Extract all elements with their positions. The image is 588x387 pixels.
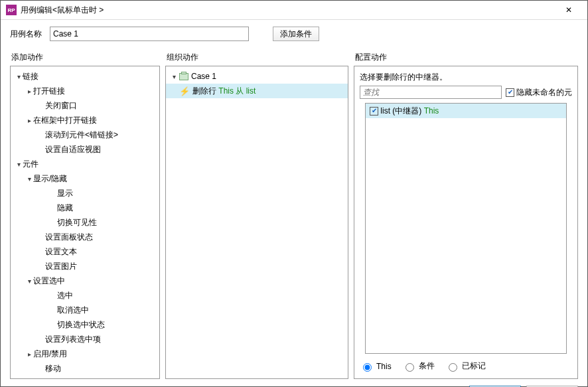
scope-radios: This 条件 已标记 — [354, 354, 577, 378]
caret-down-icon: ▾ — [170, 73, 178, 80]
hide-unnamed-label: 隐藏未命名的元 — [516, 87, 572, 98]
tree-label: 设置文本 — [45, 246, 77, 258]
tree-label: 设置面板状态 — [45, 232, 93, 243]
checkbox-icon: ✔ — [506, 88, 514, 97]
columns: 添加动作 ▾链接 ▸打开链接 ▸关闭窗口 ▸在框架中打开链接 ▸滚动到元件<错链… — [10, 50, 578, 379]
caret-right-icon: ▸ — [25, 117, 33, 124]
case-name-label: 用例名称 — [10, 29, 42, 40]
tree-move[interactable]: ▸移动 — [11, 361, 159, 376]
tree-label: 选中 — [57, 290, 73, 301]
organize-header: 组织动作 — [165, 50, 348, 66]
tree-label: 启用/禁用 — [33, 348, 67, 360]
tree-select[interactable]: ▸选中 — [11, 288, 159, 303]
organize-case-row[interactable]: ▾ Case 1 — [166, 69, 348, 84]
radio-condition[interactable]: 条件 — [402, 360, 435, 372]
list-item-suffix: This — [424, 106, 439, 116]
tree-label: 显示/隐藏 — [33, 173, 67, 185]
caret-down-icon: ▾ — [25, 277, 33, 285]
tree-label: 设置自适应视图 — [45, 144, 101, 155]
caret-right-icon: ▸ — [25, 350, 33, 358]
tree-label: 切换选中状态 — [57, 319, 105, 331]
content-area: 用例名称 添加条件 添加动作 ▾链接 ▸打开链接 ▸关闭窗口 ▸在框架中打开链接… — [1, 20, 587, 386]
configure-column: 配置动作 选择要删除行的中继器。 ✔ 隐藏未命名的元 ✔ — [354, 50, 578, 379]
tree-panel-state[interactable]: ▸设置面板状态 — [11, 230, 159, 244]
radio-this-input[interactable] — [363, 363, 372, 372]
tree-label: 设置列表选中项 — [45, 334, 101, 345]
organize-column: 组织动作 ▾ Case 1 ⚡ 删除行 This 从 list — [165, 50, 348, 379]
tree-set-text[interactable]: ▸设置文本 — [11, 244, 159, 259]
tree-open-in-frame[interactable]: ▸在框架中打开链接 — [11, 113, 159, 127]
case-name-input[interactable] — [50, 27, 249, 41]
close-button[interactable]: ✕ — [555, 1, 582, 19]
configure-panel: 选择要删除行的中继器。 ✔ 隐藏未命名的元 ✔ list (中继器) — [354, 66, 578, 379]
caret-right-icon: ▸ — [25, 88, 33, 95]
tree-show[interactable]: ▸显示 — [11, 186, 159, 200]
action-tree-panel[interactable]: ▾链接 ▸打开链接 ▸关闭窗口 ▸在框架中打开链接 ▸滚动到元件<错链接> ▸设… — [10, 66, 160, 379]
tree-adaptive-view[interactable]: ▸设置自适应视图 — [11, 142, 159, 157]
radio-marked-input[interactable] — [449, 363, 457, 372]
organize-action-detail: This 从 list — [218, 86, 256, 97]
list-item-name: list (中继器) — [380, 106, 421, 117]
radio-marked-label: 已标记 — [462, 360, 486, 372]
tree-label: 显示 — [57, 188, 73, 199]
tree-link[interactable]: ▾链接 — [11, 69, 159, 84]
tree-scroll-to[interactable]: ▸滚动到元件<错链接> — [11, 127, 159, 142]
radio-condition-label: 条件 — [419, 360, 435, 372]
checkbox-icon: ✔ — [370, 107, 378, 116]
tree-label: 设置选中 — [33, 275, 65, 287]
tree-deselect[interactable]: ▸取消选中 — [11, 303, 159, 317]
organize-panel[interactable]: ▾ Case 1 ⚡ 删除行 This 从 list — [165, 66, 348, 379]
tree-label: 隐藏 — [57, 202, 73, 214]
add-action-column: 添加动作 ▾链接 ▸打开链接 ▸关闭窗口 ▸在框架中打开链接 ▸滚动到元件<错链… — [10, 50, 160, 379]
tree-widget[interactable]: ▾元件 — [11, 157, 159, 171]
window-title: 用例编辑<鼠标单击时 > — [21, 5, 555, 16]
list-item[interactable]: ✔ list (中继器) This — [366, 104, 566, 118]
add-action-header: 添加动作 — [10, 50, 160, 66]
tree-label: 关闭窗口 — [45, 100, 77, 112]
titlebar: RP 用例编辑<鼠标单击时 > ✕ — [1, 1, 587, 20]
tree-open-link[interactable]: ▸打开链接 — [11, 84, 159, 98]
repeater-list[interactable]: ✔ list (中继器) This — [365, 103, 567, 354]
add-condition-button[interactable]: 添加条件 — [273, 27, 319, 41]
case-editor-window: RP 用例编辑<鼠标单击时 > ✕ 用例名称 添加条件 添加动作 ▾链接 ▸打开… — [0, 0, 588, 387]
case-icon — [179, 73, 188, 80]
tree-show-hide[interactable]: ▾显示/隐藏 — [11, 171, 159, 186]
configure-header: 配置动作 — [354, 50, 578, 66]
action-tree: ▾链接 ▸打开链接 ▸关闭窗口 ▸在框架中打开链接 ▸滚动到元件<错链接> ▸设… — [11, 69, 159, 376]
tree-label: 切换可见性 — [57, 217, 97, 228]
tree-toggle-vis[interactable]: ▸切换可见性 — [11, 215, 159, 230]
tree-close-window[interactable]: ▸关闭窗口 — [11, 98, 159, 113]
hide-unnamed-checkbox[interactable]: ✔ 隐藏未命名的元 — [506, 87, 572, 98]
tree-label: 移动 — [45, 363, 61, 374]
caret-down-icon: ▾ — [15, 161, 23, 168]
tree-label: 元件 — [23, 159, 38, 170]
organize-case-name: Case 1 — [191, 72, 216, 81]
app-icon: RP — [6, 5, 17, 15]
tree-label: 取消选中 — [57, 305, 89, 316]
tree-label: 在框架中打开链接 — [33, 115, 97, 126]
radio-condition-input[interactable] — [405, 363, 414, 372]
organize-action-label: 删除行 — [192, 86, 216, 97]
bolt-icon: ⚡ — [179, 86, 190, 96]
radio-this[interactable]: This — [360, 361, 392, 372]
caret-down-icon: ▾ — [25, 175, 33, 183]
tree-label: 设置图片 — [45, 261, 77, 272]
radio-this-label: This — [376, 362, 392, 371]
caret-down-icon: ▾ — [15, 73, 23, 80]
case-name-row: 用例名称 添加条件 — [10, 27, 578, 41]
tree-set-list-option[interactable]: ▸设置列表选中项 — [11, 332, 159, 347]
configure-search-row: ✔ 隐藏未命名的元 — [354, 86, 577, 103]
search-input[interactable] — [360, 86, 502, 99]
tree-toggle-select[interactable]: ▸切换选中状态 — [11, 317, 159, 332]
tree-label: 链接 — [23, 71, 38, 82]
tree-hide[interactable]: ▸隐藏 — [11, 200, 159, 215]
radio-marked[interactable]: 已标记 — [445, 360, 486, 372]
tree-enable-disable[interactable]: ▸启用/禁用 — [11, 347, 159, 361]
tree-set-selected[interactable]: ▾设置选中 — [11, 273, 159, 288]
tree-set-image[interactable]: ▸设置图片 — [11, 259, 159, 273]
configure-choose-label: 选择要删除行的中继器。 — [354, 66, 577, 86]
organize-action-row[interactable]: ⚡ 删除行 This 从 list — [166, 84, 348, 98]
tree-label: 滚动到元件<错链接> — [45, 129, 118, 141]
tree-label: 打开链接 — [33, 86, 65, 97]
close-icon: ✕ — [565, 5, 572, 15]
